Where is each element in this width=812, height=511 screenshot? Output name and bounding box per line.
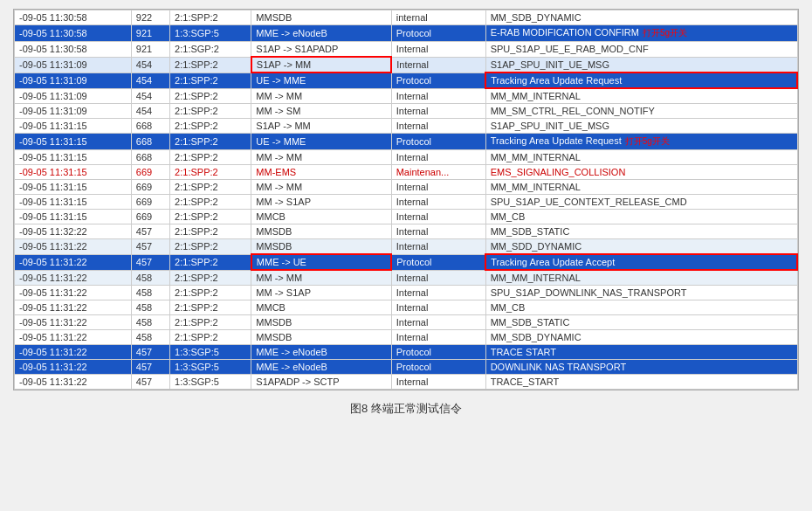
table-cell: 457 [131, 224, 169, 239]
table-cell: -09-05 11:32:22 [15, 224, 132, 239]
table-cell: 458 [131, 270, 169, 286]
table-cell: 922 [131, 10, 169, 25]
table-cell: 458 [131, 330, 169, 345]
table-cell: 669 [131, 210, 169, 224]
table-cell: 2:1:SPP:2 [170, 270, 251, 286]
table-row: -09-05 11:32:224572:1:SPP:2MMSDBInternal… [15, 224, 798, 239]
table-row: -09-05 11:31:156682:1:SPP:2MM -> MMInter… [15, 150, 798, 165]
table-cell: 2:1:SPP:2 [170, 224, 251, 239]
table-cell: DOWNLINK NAS TRANSPORT [485, 360, 797, 375]
table-cell: 2:1:SPP:2 [170, 330, 251, 345]
table-cell: Internal [391, 88, 485, 104]
table-cell: Internal [391, 57, 485, 73]
table-cell: -09-05 11:31:22 [15, 286, 132, 300]
table-cell: MMSDB [251, 224, 391, 239]
table-cell: MM -> MM [251, 180, 391, 195]
table-cell: 921 [131, 42, 169, 58]
table-row: -09-05 11:31:224572:1:SPP:2MME -> UEProt… [15, 254, 798, 270]
table-cell: MM_MM_INTERNAL [485, 180, 797, 195]
table-cell: S1APADP -> SCTP [251, 375, 391, 390]
table-cell: MM_SDB_DYNAMIC [485, 10, 797, 25]
table-cell: 2:1:SGP:2 [170, 42, 251, 58]
table-cell: -09-05 11:31:22 [15, 270, 132, 286]
caption-text: 图8 终端正常测试信令 [350, 402, 462, 415]
table-cell: -09-05 11:31:15 [15, 195, 132, 210]
table-cell: 2:1:SPP:2 [170, 150, 251, 165]
table-cell: 458 [131, 315, 169, 330]
table-row: -09-05 11:31:094542:1:SPP:2MM -> MMInter… [15, 88, 798, 104]
table-cell: 2:1:SPP:2 [170, 315, 251, 330]
table-row: -09-05 11:31:156682:1:SPP:2S1AP -> MMInt… [15, 119, 798, 134]
table-cell: S1AP -> MM [251, 57, 391, 73]
table-cell: E-RAB MODIFICATION CONFIRM打开5g开关 [485, 25, 797, 42]
table-cell: 457 [131, 254, 169, 270]
table-cell: -09-05 11:30:58 [15, 25, 132, 42]
table-cell: 457 [131, 345, 169, 360]
table-cell: UE -> MME [251, 73, 391, 88]
table-cell: Internal [391, 375, 485, 390]
table-cell: Protocol [391, 360, 485, 375]
table-cell: Internal [391, 104, 485, 119]
table-cell: Internal [391, 180, 485, 195]
table-cell: MM -> SM [251, 104, 391, 119]
table-cell: SPU_S1AP_DOWNLINK_NAS_TRANSPORT [485, 286, 797, 300]
table-cell: 454 [131, 73, 169, 88]
table-cell: 2:1:SPP:2 [170, 10, 251, 25]
table-cell: 457 [131, 360, 169, 375]
table-cell: S1AP_SPU_INIT_UE_MSG [485, 57, 797, 73]
table-cell: S1AP -> S1APADP [251, 42, 391, 58]
table-cell: 669 [131, 180, 169, 195]
table-cell: MM -> S1AP [251, 195, 391, 210]
table-cell: 2:1:SPP:2 [170, 88, 251, 104]
table-row: -09-05 11:31:224582:1:SPP:2MMCBInternalM… [15, 300, 798, 315]
table-cell: MME -> UE [251, 254, 391, 270]
table-cell: 668 [131, 134, 169, 150]
table-cell: MMSDB [251, 10, 391, 25]
signal-table: -09-05 11:30:589222:1:SPP:2MMSDBinternal… [14, 10, 798, 390]
table-cell: Protocol [391, 134, 485, 150]
table-cell: MM_SDB_DYNAMIC [485, 330, 797, 345]
table-cell: 2:1:SPP:2 [170, 239, 251, 255]
table-row: -09-05 11:30:589212:1:SGP:2S1AP -> S1APA… [15, 42, 798, 58]
table-cell: 2:1:SPP:2 [170, 286, 251, 300]
table-cell: S1AP -> MM [251, 119, 391, 134]
table-cell: Internal [391, 270, 485, 286]
table-cell: 1:3:SGP:5 [170, 345, 251, 360]
table-cell: Protocol [391, 25, 485, 42]
table-row: -09-05 11:31:156692:1:SPP:2MMCBInternalM… [15, 210, 798, 224]
table-cell: 1:3:SGP:5 [170, 25, 251, 42]
table-cell: -09-05 11:31:09 [15, 57, 132, 73]
table-cell: MMSDB [251, 330, 391, 345]
table-cell: 668 [131, 150, 169, 165]
table-row: -09-05 11:31:156682:1:SPP:2UE -> MMEProt… [15, 134, 798, 150]
table-cell: MMCB [251, 210, 391, 224]
table-cell: 1:3:SGP:5 [170, 375, 251, 390]
table-cell: MM_MM_INTERNAL [485, 88, 797, 104]
table-cell: 2:1:SPP:2 [170, 254, 251, 270]
table-row: -09-05 11:31:224571:3:SGP:5MME -> eNodeB… [15, 360, 798, 375]
table-cell: SPU_S1AP_UE_CONTEXT_RELEASE_CMD [485, 195, 797, 210]
table-cell: MME -> eNodeB [251, 345, 391, 360]
table-cell: 2:1:SPP:2 [170, 210, 251, 224]
table-row: -09-05 11:31:156692:1:SPP:2MM -> MMInter… [15, 180, 798, 195]
table-cell: 668 [131, 119, 169, 134]
table-row: -09-05 11:31:224572:1:SPP:2MMSDBInternal… [15, 239, 798, 255]
table-row: -09-05 11:31:224571:3:SGP:5S1APADP -> SC… [15, 375, 798, 390]
table-cell: Internal [391, 286, 485, 300]
table-cell: 2:1:SPP:2 [170, 119, 251, 134]
table-cell: internal [391, 10, 485, 25]
table-cell: Maintenan... [391, 165, 485, 180]
table-cell: 457 [131, 375, 169, 390]
table-cell: Internal [391, 195, 485, 210]
table-cell: Internal [391, 119, 485, 134]
table-cell: Internal [391, 150, 485, 165]
table-cell: Internal [391, 300, 485, 315]
table-cell: MMCB [251, 300, 391, 315]
table-cell: Internal [391, 330, 485, 345]
table-cell: Protocol [391, 254, 485, 270]
table-cell: 669 [131, 165, 169, 180]
table-cell: Internal [391, 224, 485, 239]
table-cell: -09-05 11:31:22 [15, 300, 132, 315]
table-cell: MMSDB [251, 239, 391, 255]
table-cell: MM -> MM [251, 150, 391, 165]
